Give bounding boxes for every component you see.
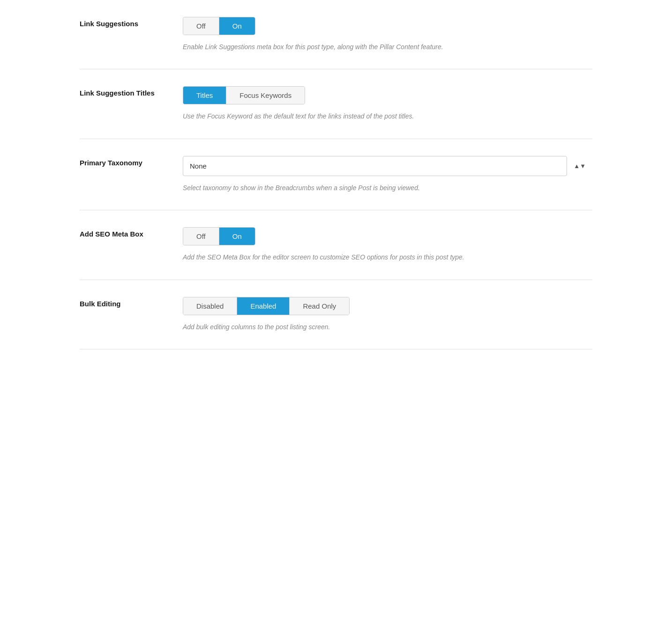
- bulk-editing-row: Bulk Editing Disabled Enabled Read Only …: [80, 280, 592, 349]
- link-suggestions-content: Off On Enable Link Suggestions meta box …: [183, 17, 592, 52]
- link-suggestion-titles-label: Link Suggestion Titles: [80, 86, 183, 97]
- link-suggestions-toggle-group: Off On: [183, 17, 255, 35]
- bulk-editing-description: Add bulk editing columns to the post lis…: [183, 322, 567, 332]
- select-arrow-icon: ▲▼: [574, 163, 586, 170]
- titles-button[interactable]: Titles: [183, 87, 226, 104]
- primary-taxonomy-row: Primary Taxonomy None ▲▼ Select taxonomy…: [80, 139, 592, 210]
- link-suggestion-titles-toggle-group: Titles Focus Keywords: [183, 86, 305, 104]
- add-seo-meta-box-description: Add the SEO Meta Box for the editor scre…: [183, 252, 567, 262]
- add-seo-meta-box-row: Add SEO Meta Box Off On Add the SEO Meta…: [80, 210, 592, 280]
- seo-meta-box-on-button[interactable]: On: [219, 228, 255, 245]
- link-suggestions-on-button[interactable]: On: [219, 17, 255, 35]
- add-seo-meta-box-content: Off On Add the SEO Meta Box for the edit…: [183, 227, 592, 262]
- add-seo-meta-box-toggle-group: Off On: [183, 227, 255, 245]
- seo-meta-box-off-button[interactable]: Off: [183, 228, 219, 245]
- link-suggestion-titles-content: Titles Focus Keywords Use the Focus Keyw…: [183, 86, 592, 121]
- link-suggestions-label: Link Suggestions: [80, 17, 183, 28]
- bulk-editing-disabled-button[interactable]: Disabled: [183, 297, 237, 315]
- link-suggestions-row: Link Suggestions Off On Enable Link Sugg…: [80, 0, 592, 69]
- primary-taxonomy-select[interactable]: None: [183, 156, 567, 176]
- bulk-editing-content: Disabled Enabled Read Only Add bulk edit…: [183, 297, 592, 332]
- settings-container: Link Suggestions Off On Enable Link Sugg…: [70, 0, 602, 349]
- primary-taxonomy-content: None ▲▼ Select taxonomy to show in the B…: [183, 156, 592, 193]
- link-suggestion-titles-description: Use the Focus Keyword as the default tex…: [183, 111, 567, 121]
- bulk-editing-enabled-button[interactable]: Enabled: [237, 297, 290, 315]
- primary-taxonomy-select-wrapper: None ▲▼: [183, 156, 592, 176]
- bulk-editing-label: Bulk Editing: [80, 297, 183, 308]
- link-suggestions-off-button[interactable]: Off: [183, 17, 219, 35]
- bulk-editing-toggle-group: Disabled Enabled Read Only: [183, 297, 350, 315]
- focus-keywords-button[interactable]: Focus Keywords: [226, 87, 305, 104]
- bulk-editing-readonly-button[interactable]: Read Only: [290, 297, 349, 315]
- link-suggestion-titles-row: Link Suggestion Titles Titles Focus Keyw…: [80, 69, 592, 139]
- primary-taxonomy-label: Primary Taxonomy: [80, 156, 183, 167]
- primary-taxonomy-description: Select taxonomy to show in the Breadcrum…: [183, 183, 567, 193]
- add-seo-meta-box-label: Add SEO Meta Box: [80, 227, 183, 238]
- link-suggestions-description: Enable Link Suggestions meta box for thi…: [183, 42, 567, 52]
